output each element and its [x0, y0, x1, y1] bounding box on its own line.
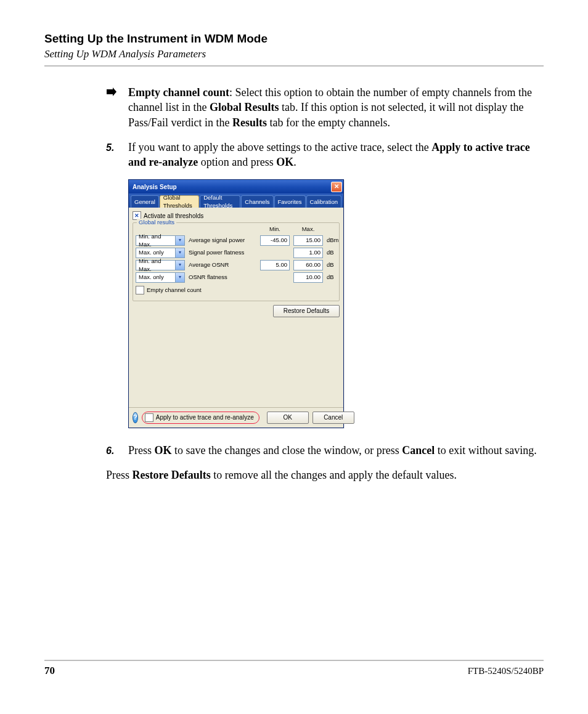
- tab-general[interactable]: General: [131, 195, 159, 208]
- row3-unit: dB: [327, 274, 344, 282]
- row2-max-input[interactable]: 60.00: [293, 260, 323, 270]
- restore-paragraph: Press Restore Defaults to remove all the…: [84, 468, 544, 482]
- tab-default-thresholds[interactable]: Default Thresholds: [200, 195, 240, 208]
- step-number: 6.: [106, 445, 114, 456]
- cancel-button[interactable]: Cancel: [312, 412, 354, 424]
- close-icon[interactable]: ✕: [331, 182, 342, 192]
- row3-max-input[interactable]: 10.00: [293, 272, 323, 283]
- bullet-bold-1: Global Results: [210, 101, 279, 113]
- dialog-titlebar[interactable]: Analysis Setup ✕: [129, 180, 343, 193]
- dialog-title: Analysis Setup: [133, 183, 177, 192]
- chevron-down-icon: ▾: [175, 273, 184, 282]
- row0-unit: dBm: [327, 237, 344, 245]
- step-5: 5. If you want to apply the above settin…: [106, 140, 544, 170]
- step6-bold-1: OK: [155, 444, 172, 456]
- row1-mode-select[interactable]: Max. only▾: [136, 248, 185, 258]
- step6-text-2: to save the changes and close the window…: [172, 444, 402, 456]
- row2-label: Average OSNR: [189, 261, 256, 269]
- step6-bold-2: Cancel: [402, 444, 435, 456]
- row2-min-input[interactable]: 5.00: [260, 260, 290, 270]
- row3-mode-select[interactable]: Max. only▾: [136, 272, 185, 283]
- row0-label: Average signal power: [189, 237, 256, 245]
- product-id: FTB-5240S/5240BP: [468, 666, 544, 676]
- row0-mode-value: Min. and Max.: [139, 233, 175, 249]
- ok-button[interactable]: OK: [267, 412, 309, 424]
- tab-global-thresholds[interactable]: Global Thresholds: [160, 195, 199, 208]
- row2-mode-value: Min. and Max.: [139, 258, 175, 274]
- bullet-text-3: tab for the empty channels.: [267, 116, 390, 129]
- step-6: 6. Press OK to save the changes and clos…: [106, 443, 544, 458]
- global-results-group: Global results Min. Max. Min. and Max.▾ …: [133, 222, 340, 301]
- chevron-down-icon: ▾: [175, 261, 184, 270]
- checkbox-unchecked-icon: [145, 413, 153, 422]
- step5-text-2: option and press: [198, 156, 276, 168]
- col-max: Max.: [293, 225, 323, 233]
- page-heading: Setting Up the Instrument in WDM Mode: [44, 32, 544, 46]
- step5-bold-2: OK: [276, 156, 293, 168]
- col-min: Min.: [260, 225, 290, 233]
- page-subheading: Setting Up WDM Analysis Parameters: [44, 48, 544, 60]
- apply-to-active-trace-checkbox[interactable]: Apply to active trace and re-analyze: [142, 412, 259, 424]
- restore-defaults-button[interactable]: Restore Defaults: [273, 305, 340, 317]
- bullet-lead: Empty channel count: [128, 86, 229, 99]
- arrow-icon: [106, 87, 117, 96]
- row3-label: OSNR flatness: [189, 274, 256, 282]
- para-bold-1: Restore Defaults: [133, 469, 211, 481]
- row2-unit: dB: [327, 261, 344, 269]
- chevron-down-icon: ▾: [175, 236, 184, 245]
- row1-label: Signal power flatness: [189, 249, 256, 257]
- bullet-item: Empty channel count: Select this option …: [106, 85, 544, 130]
- row1-mode-value: Max. only: [139, 249, 164, 257]
- para-text-1: Press: [106, 469, 133, 481]
- bullet-bold-2: Results: [232, 116, 267, 129]
- chevron-down-icon: ▾: [175, 248, 184, 258]
- step6-text-3: to exit without saving.: [435, 444, 537, 456]
- row2-mode-select[interactable]: Min. and Max.▾: [136, 260, 185, 270]
- help-icon[interactable]: ?: [133, 412, 138, 423]
- step5-text-3: .: [293, 156, 296, 168]
- page-number: 70: [44, 665, 55, 677]
- analysis-setup-dialog: Analysis Setup ✕ General Global Threshol…: [128, 179, 344, 428]
- row0-min-input[interactable]: -45.00: [260, 235, 290, 246]
- row1-unit: dB: [327, 249, 344, 257]
- empty-channel-label: Empty channel count: [147, 286, 202, 294]
- fieldset-legend: Global results: [137, 219, 176, 227]
- step-number: 5.: [106, 142, 114, 153]
- row0-max-input[interactable]: 15.00: [293, 235, 323, 246]
- dialog-tabbar: General Global Thresholds Default Thresh…: [129, 193, 343, 208]
- row1-max-input[interactable]: 1.00: [293, 248, 323, 258]
- empty-channel-count-checkbox[interactable]: Empty channel count: [136, 286, 344, 294]
- tab-channels[interactable]: Channels: [241, 195, 273, 208]
- footer-divider: [44, 660, 544, 661]
- para-text-2: to remove all the changes and apply the …: [211, 469, 457, 481]
- step6-text-1: Press: [128, 444, 155, 456]
- step5-text-1: If you want to apply the above settings …: [128, 141, 431, 153]
- row0-mode-select[interactable]: Min. and Max.▾: [136, 235, 185, 246]
- apply-label: Apply to active trace and re-analyze: [156, 413, 254, 422]
- tab-calibration[interactable]: Calibration: [306, 195, 341, 208]
- header-divider: [44, 65, 544, 67]
- row3-mode-value: Max. only: [139, 274, 164, 282]
- checkbox-unchecked-icon: [136, 286, 144, 294]
- tab-favorites[interactable]: Favorites: [274, 195, 306, 208]
